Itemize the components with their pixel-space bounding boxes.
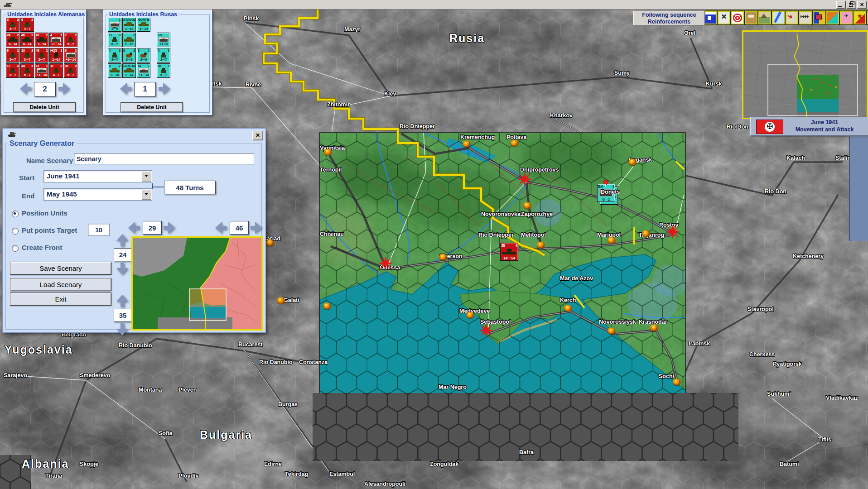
unit-counter[interactable]: 524···7 <box>6 17 19 32</box>
radio-create-front[interactable] <box>12 245 19 252</box>
signpost-tool-button[interactable] <box>745 11 757 24</box>
german-delete-unit-button[interactable]: Delete Unit <box>13 102 76 112</box>
arrow-tool-button[interactable] <box>786 11 798 24</box>
unit-counter[interactable]: 11···9 <box>108 17 121 32</box>
end-dropdown-icon[interactable] <box>142 189 151 200</box>
unit-counter[interactable]: FO+1·10 <box>157 33 170 47</box>
terrain-tool-button[interactable] <box>758 11 771 24</box>
overview-minimap[interactable] <box>742 30 868 119</box>
minimap-y2-value[interactable]: 35 <box>114 309 132 322</box>
unit-counter[interactable]: KI1+1···14 <box>137 63 150 78</box>
dialog-minimap[interactable] <box>131 236 263 331</box>
unit-counter[interactable]: 111+1···14 <box>35 63 48 78</box>
unit-counter[interactable]: 61+1···14 <box>64 48 77 62</box>
counter-value: 3 <box>119 49 121 53</box>
inf-glyph <box>110 53 120 58</box>
unit-counter[interactable]: 925···7 <box>6 48 19 62</box>
leader-glyph <box>37 68 47 73</box>
unit-counter[interactable]: 322···9 <box>137 48 150 62</box>
minimap-y2-down-button[interactable] <box>116 322 128 336</box>
objective-icon <box>854 12 865 24</box>
unit-counter[interactable]: 623···9 <box>122 48 136 62</box>
restore-button[interactable] <box>847 1 856 9</box>
dialog-close-button[interactable]: ✕ <box>252 131 263 140</box>
unit-counter[interactable]: 3025···7 <box>64 63 77 78</box>
radio-position-units[interactable] <box>12 211 19 217</box>
start-combo[interactable]: June 1941 <box>43 170 152 182</box>
target-points-input[interactable] <box>88 224 110 236</box>
german-next-page-button[interactable] <box>58 83 70 95</box>
unit-counter[interactable]: 4425···7 <box>20 63 34 78</box>
counter-value: 1 <box>60 49 62 53</box>
counter-value: 1···14 <box>123 27 135 31</box>
minimap-y1-value[interactable]: 24 <box>114 248 132 261</box>
unit-counter[interactable]: BA18···1 <box>597 184 615 202</box>
unit-counter[interactable]: 39414···14 <box>500 243 518 261</box>
delete-tool-button[interactable] <box>718 11 730 24</box>
counter-value: 47 <box>36 34 39 37</box>
units-tool-button[interactable] <box>813 11 825 24</box>
unit-counter[interactable]: 725···7 <box>64 33 77 47</box>
unit-counter[interactable]: 4325···7 <box>35 48 48 62</box>
minimap-x2-value[interactable]: 46 <box>230 221 249 235</box>
notice-line1: Following sequence <box>634 12 704 19</box>
objective-tool-button[interactable] <box>854 11 866 24</box>
russian-page-number[interactable]: 1 <box>134 82 156 96</box>
load-scenary-button[interactable]: Load Scenary <box>10 278 111 291</box>
unit-counter[interactable]: 4727···14 <box>35 33 48 47</box>
unit-counter[interactable]: 1723···7 <box>6 63 19 78</box>
german-page-number[interactable]: 2 <box>34 82 56 96</box>
zone-tool-button[interactable] <box>826 11 839 24</box>
unit-counter[interactable]: 433···7 <box>108 48 121 62</box>
unit-counter[interactable]: 2625···7 <box>157 63 170 78</box>
start-dropdown-icon[interactable] <box>142 171 151 182</box>
close-button[interactable]: ✕ <box>857 1 867 9</box>
counter-value: 46 <box>21 34 25 37</box>
markers-icon <box>841 12 852 24</box>
position-units-label: Position Units <box>22 209 68 217</box>
scenario-name-input[interactable] <box>74 153 254 164</box>
unit-counter[interactable]: NORTE11···14 <box>137 17 150 32</box>
unit-counter[interactable]: 41+1···14 <box>49 33 63 47</box>
unit-counter[interactable]: 532···7 <box>157 48 170 62</box>
counter-value: +1···14 <box>50 43 63 46</box>
minimap-scroll-right-button[interactable] <box>163 222 175 234</box>
minimap-y2-up-button[interactable] <box>116 294 128 308</box>
river-tool-button[interactable] <box>772 11 785 24</box>
unit-counter[interactable]: 1136···7 <box>108 33 121 47</box>
unit-counter[interactable]: 1124···7 <box>49 63 63 78</box>
save-scenary-button[interactable]: Save Scenary <box>10 262 111 275</box>
german-panel-title: Unidades Iniciales Alemanas <box>6 11 86 18</box>
counter-value: 4···7 <box>6 27 19 31</box>
russian-next-page-button[interactable] <box>158 83 170 95</box>
unit-counter[interactable]: 624···7 <box>20 17 34 32</box>
minimap-scroll-left-button[interactable] <box>128 222 140 234</box>
save-tool-button[interactable] <box>704 11 717 24</box>
minimap-y1-up-button[interactable] <box>116 234 128 247</box>
unit-counter[interactable]: 823···10 <box>108 63 121 78</box>
unit-counter[interactable]: STAVG11···14 <box>122 17 136 32</box>
german-prev-page-button[interactable] <box>19 83 32 95</box>
russian-prev-page-button[interactable] <box>120 83 132 95</box>
minimize-button[interactable] <box>836 1 846 9</box>
rail-tool-button[interactable] <box>799 11 812 24</box>
unit-counter[interactable]: 4626···14 <box>20 33 34 47</box>
radio-put-points-target[interactable] <box>12 228 19 235</box>
unit-counter[interactable]: 1323···7 <box>20 48 34 62</box>
target-tool-button[interactable] <box>731 11 744 24</box>
minimap-y1-down-button[interactable] <box>116 262 128 275</box>
counter-value: 4 <box>109 49 111 53</box>
counter-value: 4···7 <box>50 73 63 77</box>
unit-counter[interactable]: HQ511···14 <box>49 48 63 62</box>
unit-counter[interactable]: CENTR11···14 <box>122 63 136 78</box>
exit-button[interactable]: Exit <box>10 292 111 306</box>
leader-glyph <box>599 189 613 197</box>
unit-counter[interactable]: 2428···14 <box>6 33 19 47</box>
unit-counter[interactable]: 22···10 <box>122 33 136 47</box>
russian-delete-unit-button[interactable]: Delete Unit <box>121 102 183 112</box>
minimap-x2-right-button[interactable] <box>250 222 262 234</box>
minimap-x2-left-button[interactable] <box>215 222 227 234</box>
end-combo[interactable]: May 1945 <box>43 188 152 201</box>
minimap-x-value[interactable]: 29 <box>143 221 162 235</box>
markers-tool-button[interactable] <box>840 11 853 24</box>
